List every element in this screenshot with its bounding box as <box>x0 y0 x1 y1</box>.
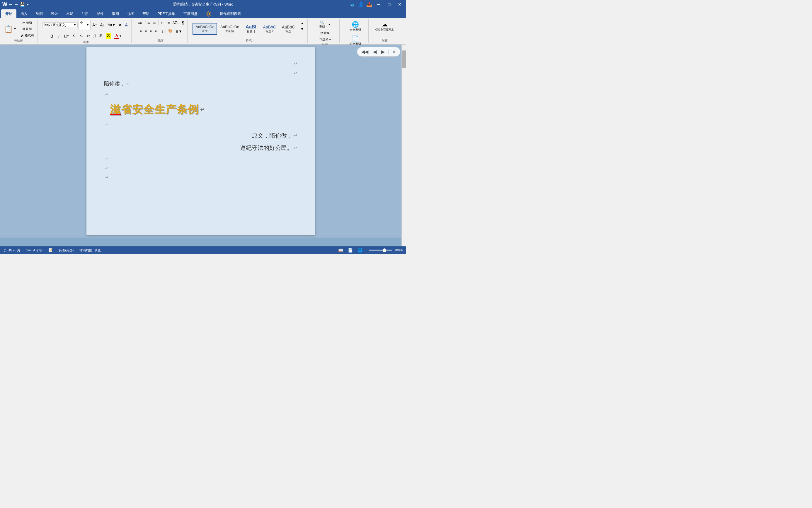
read-close-btn[interactable]: ✕ <box>391 48 397 55</box>
spell-icon: 📝 <box>48 248 53 252</box>
replace-btn[interactable]: ⇄ 替换 <box>319 31 331 36</box>
zoom-slider[interactable] <box>369 250 392 251</box>
redo-btn[interactable]: ↪ <box>14 2 18 7</box>
format-painter-btn[interactable]: 🖌 格式刷 <box>19 33 35 38</box>
line-spacing-btn[interactable]: ↕ <box>160 29 164 34</box>
styles-down-btn[interactable]: ▼ <box>299 27 305 32</box>
increase-font-btn[interactable]: A↑ <box>91 22 98 28</box>
vertical-scrollbar[interactable] <box>401 45 406 246</box>
view-print-btn[interactable]: 📄 <box>347 247 354 253</box>
show-marks-btn[interactable]: ¶ <box>181 20 185 26</box>
style-h2[interactable]: AaBbC 标题 2 <box>260 23 279 35</box>
styles-more-btn[interactable]: ⊡ <box>299 32 305 38</box>
tab-view[interactable]: 视图 <box>123 9 138 18</box>
document-area[interactable]: ↵ ↵ 陪你读， ↵ ↵ 滋省安全生产条例 ↵ <box>0 45 401 238</box>
share-icon[interactable]: 📤 <box>366 2 372 7</box>
read-prev-btn[interactable]: ◀ <box>372 48 378 55</box>
align-left-btn[interactable]: ≡ <box>138 29 143 34</box>
decrease-font-btn[interactable]: A↓ <box>99 22 106 28</box>
cut-btn[interactable]: ✂ 剪切 <box>19 20 35 26</box>
tab-help[interactable]: 帮助 <box>138 9 153 18</box>
align-center-btn[interactable]: ≡ <box>143 29 148 34</box>
styles-up-btn[interactable]: ▲ <box>299 20 305 26</box>
view-read-btn[interactable]: 📖 <box>337 247 344 253</box>
align-right-btn[interactable]: ≡ <box>148 29 153 34</box>
find-btn[interactable]: 🔍 查找 <box>318 20 326 29</box>
tab-mailings[interactable]: 邮件 <box>93 9 108 18</box>
size-dropdown-icon[interactable]: ▼ <box>87 24 89 27</box>
read-next-btn[interactable]: ▶ <box>380 48 386 55</box>
paragraph-title[interactable]: 滋省安全生产条例 ↵ <box>104 99 297 120</box>
view-web-btn[interactable]: 🌐 <box>356 247 364 253</box>
clear-format-btn[interactable]: ✕ <box>117 22 123 28</box>
strikethrough-btn[interactable]: S̶ <box>71 33 77 39</box>
read-prev-prev-btn[interactable]: ◀◀ <box>360 48 370 55</box>
enclose-btn[interactable]: 囲 <box>98 33 104 39</box>
text-effects-btn[interactable]: A <box>124 22 129 28</box>
maximize-btn[interactable]: □ <box>385 1 393 8</box>
tab-insert[interactable]: 插入 <box>16 9 32 18</box>
tab-pdf[interactable]: PDF工具集 <box>153 9 179 18</box>
tab-home[interactable]: 开始 <box>1 9 16 18</box>
font-color-btn[interactable]: A ▼ <box>113 33 123 39</box>
tab-layout[interactable]: 布局 <box>62 9 77 18</box>
tab-baidu[interactable]: 百度网盘 <box>179 9 202 18</box>
status-spell-check[interactable]: 📝 <box>48 248 53 252</box>
user-avatar[interactable]: 👤 <box>358 2 364 7</box>
sort-btn[interactable]: AZ↓ <box>172 20 180 26</box>
superscript-btn[interactable]: X² <box>85 34 91 38</box>
style-normal[interactable]: AaBbCcDc 正文 <box>193 23 217 35</box>
close-btn[interactable]: ✕ <box>396 1 404 8</box>
paragraph-7[interactable]: 原文，陪你做， ↵ <box>104 129 297 142</box>
ribbon-tabs: 开始 插入 绘图 设计 布局 引用 邮件 审阅 视图 帮助 PDF工具集 百度网… <box>0 9 406 18</box>
highlight-btn[interactable]: 文 <box>104 32 112 40</box>
style-h1[interactable]: AaBl 标题 1 <box>242 23 260 35</box>
phonetic-btn[interactable]: 拼 <box>92 33 98 39</box>
subscript-btn[interactable]: X₂ <box>78 34 84 38</box>
quick-save-btn[interactable]: 💾 <box>19 2 25 7</box>
change-case-btn[interactable]: Aa▼ <box>107 22 117 28</box>
font-size-selector[interactable]: 小一 ▼ <box>78 20 91 30</box>
zoom-thumb[interactable] <box>383 248 386 252</box>
tab-light[interactable]: 🔆 <box>202 9 216 18</box>
justify-btn[interactable]: ≡ <box>153 29 158 34</box>
undo-btn[interactable]: ↩ <box>9 2 13 7</box>
bold-btn[interactable]: B <box>49 33 55 39</box>
font-name-selector[interactable]: 等线 (西文正文) ▼ <box>43 22 78 28</box>
tab-references[interactable]: 引用 <box>77 9 93 18</box>
decrease-indent-btn[interactable]: ⇤ <box>160 20 165 26</box>
shading-btn[interactable]: 🎨 <box>167 28 174 34</box>
styles-label: 样式 <box>246 38 252 43</box>
underline-btn[interactable]: U ▼ <box>63 33 70 39</box>
paste-btn[interactable]: 📋 ▼ <box>2 24 18 34</box>
multilevel-btn[interactable]: ≣ <box>152 20 157 26</box>
select-btn[interactable]: ⬚ 选择 ▼ <box>317 37 333 42</box>
tab-design[interactable]: 设计 <box>47 9 62 18</box>
document-page[interactable]: ↵ ↵ 陪你读， ↵ ↵ 滋省安全生产条例 ↵ <box>87 47 315 235</box>
user-icon[interactable]: 🐟 <box>350 2 356 7</box>
dropdown-icon[interactable]: ▼ <box>27 3 29 6</box>
status-accessibility[interactable]: 辅助功能: 调查 <box>80 248 100 253</box>
search-operations[interactable]: 操作说明搜索 <box>216 9 245 18</box>
paragraph-8[interactable]: 遵纪守法的好公民。 ↵ <box>104 142 297 154</box>
status-language[interactable]: 英语(美国) <box>59 248 74 253</box>
tab-review[interactable]: 审阅 <box>108 9 123 18</box>
paragraph-3[interactable]: 陪你读， ↵ <box>104 78 297 89</box>
find-dropdown-icon[interactable]: ▼ <box>327 23 332 27</box>
italic-btn[interactable]: I <box>56 33 62 39</box>
font-dropdown-icon[interactable]: ▼ <box>74 24 76 27</box>
bullets-btn[interactable]: ≡● <box>137 20 143 26</box>
minimize-btn[interactable]: ─ <box>375 1 383 8</box>
status-pages: 页: 共 25 页 <box>3 248 20 253</box>
increase-indent-btn[interactable]: ⇥ <box>165 20 171 26</box>
scroll-thumb[interactable] <box>402 50 406 68</box>
borders-btn[interactable]: ⊞▼ <box>174 29 183 34</box>
save-baidu-btn[interactable]: ☁ 保存到百度网盘 <box>374 20 396 33</box>
style-title[interactable]: AaBbC 标题 <box>279 23 297 35</box>
zoom-level[interactable]: 100% <box>394 248 402 252</box>
full-translate-btn[interactable]: 🌐 全文翻译 <box>348 20 363 33</box>
style-no-space[interactable]: AaBbCcDc 无间隔 <box>218 23 242 35</box>
tab-draw[interactable]: 绘图 <box>32 9 47 18</box>
numbering-btn[interactable]: 1.≡ <box>144 20 151 26</box>
copy-btn[interactable]: ⧉ 复制 <box>19 26 35 32</box>
